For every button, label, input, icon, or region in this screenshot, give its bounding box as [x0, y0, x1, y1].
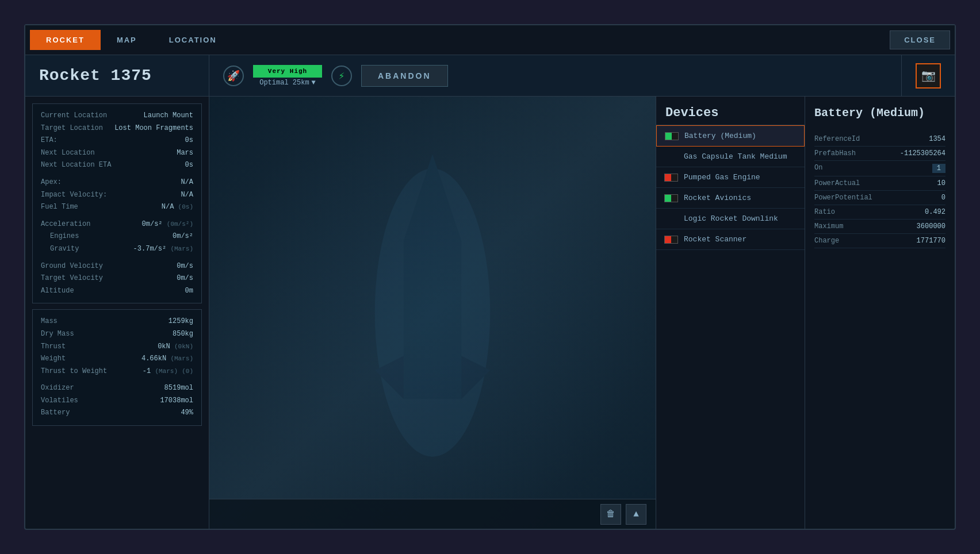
- referenceid-label: ReferenceId: [814, 135, 860, 143]
- gas-capsule-no-indicator: [664, 153, 678, 161]
- referenceid-value: 1354: [929, 135, 945, 143]
- fuel-time-value: N/A (0s): [162, 201, 193, 214]
- device-item-rocket-avionics[interactable]: Rocket Avionics: [656, 188, 805, 209]
- maximum-label: Maximum: [814, 222, 843, 230]
- weight-dim: (Mars): [170, 355, 193, 362]
- target-velocity-label: Target Velocity: [41, 272, 103, 285]
- top-navigation: ROCKET MAP LOCATION CLOSE: [25, 25, 955, 55]
- controls-section: 🚀 Very High Optimal 25km ▼ ⚡ ABANDON: [209, 55, 902, 96]
- device-name-battery-medium: Battery (Medium): [684, 132, 756, 140]
- fuel-time-dim: (0s): [178, 203, 193, 210]
- device-item-pumped-gas-engine[interactable]: Pumped Gas Engine: [656, 167, 805, 188]
- detail-title: Battery (Medium): [814, 106, 945, 121]
- center-view: 🗑 ▲: [209, 97, 656, 529]
- next-location-value: Mars: [177, 147, 193, 160]
- oxidizer-value: 8519mol: [164, 382, 193, 395]
- device-item-logic-rocket-downlink[interactable]: Logic Rocket Downlink: [656, 209, 805, 229]
- acceleration-value: 0m/s² (0m/s²): [142, 218, 193, 231]
- abandon-button[interactable]: ABANDON: [361, 65, 448, 87]
- pumped-engine-indicator: [664, 174, 678, 182]
- ground-velocity-label: Ground Velocity: [41, 260, 103, 273]
- signal-block: Very High Optimal 25km ▼: [253, 65, 322, 87]
- tab-map[interactable]: MAP: [101, 30, 153, 50]
- bottom-bar: 🗑 ▲: [209, 499, 656, 529]
- weight-value: 4.66kN (Mars): [141, 353, 193, 366]
- volatiles-value: 17038mol: [160, 395, 193, 407]
- device-name-gas-capsule: Gas Capsule Tank Medium: [684, 152, 787, 161]
- impact-velocity-label: Impact Velocity:: [41, 189, 107, 202]
- gravity-value: -3.7m/s² (Mars): [133, 243, 193, 256]
- acceleration-dim: (0m/s²): [167, 221, 193, 228]
- detail-row-prefabhash: PrefabHash -1125305264: [814, 147, 945, 161]
- current-location-value: Launch Mount: [144, 110, 193, 122]
- volatiles-label: Volatiles: [41, 395, 78, 407]
- impact-velocity-value: N/A: [181, 189, 193, 202]
- detail-row-referenceid: ReferenceId 1354: [814, 132, 945, 147]
- next-location-eta-value: 0s: [185, 159, 193, 172]
- engines-label: Engines: [50, 230, 79, 243]
- detail-row-ratio: Ratio 0.492: [814, 205, 945, 220]
- thrust-dim: (0kN): [174, 343, 193, 350]
- camera-button[interactable]: 📷: [916, 63, 941, 89]
- gravity-dim: (Mars): [170, 245, 193, 252]
- camera-icon-box: 📷: [902, 55, 955, 96]
- thrust-to-weight-value: -1 (Mars) (0): [143, 366, 193, 378]
- ground-velocity-value: 0m/s: [177, 260, 193, 273]
- thrust-label: Thrust: [41, 341, 66, 353]
- device-name-rocket-avionics: Rocket Avionics: [684, 194, 751, 202]
- target-velocity-value: 0m/s: [177, 272, 193, 285]
- delete-button[interactable]: 🗑: [600, 504, 621, 525]
- dry-mass-label: Dry Mass: [41, 328, 74, 341]
- poweractual-value: 10: [937, 179, 945, 187]
- detail-row-poweractual: PowerActual 10: [814, 176, 945, 191]
- weight-label: Weight: [41, 353, 66, 366]
- dry-mass-value: 850kg: [173, 328, 193, 341]
- eta-label: ETA:: [41, 134, 58, 147]
- altitude-value: 0m: [185, 285, 193, 298]
- downlink-no-indicator: [664, 215, 678, 223]
- device-item-battery-medium[interactable]: Battery (Medium): [656, 125, 805, 147]
- svg-rect-2: [404, 241, 461, 399]
- powerpotential-value: 0: [941, 194, 945, 202]
- close-button[interactable]: CLOSE: [890, 30, 950, 49]
- maximum-value: 3600000: [917, 222, 945, 230]
- header-row: Rocket 1375 🚀 Very High Optimal 25km ▼ ⚡…: [25, 55, 955, 97]
- device-name-pumped-gas-engine: Pumped Gas Engine: [684, 173, 760, 182]
- signal-distance-dropdown[interactable]: Optimal 25km ▼: [259, 79, 316, 87]
- prefabhash-label: PrefabHash: [814, 149, 856, 157]
- battery-label: Battery: [41, 407, 70, 420]
- apex-value: N/A: [181, 176, 193, 189]
- thrust-value: 0kN (0kN): [158, 341, 193, 353]
- target-location-value: Lost Moon Fragments: [114, 122, 193, 135]
- physics-stats-box: Mass 1259kg Dry Mass 850kg Thrust 0kN (0…: [32, 309, 202, 426]
- rocket-launch-icon[interactable]: 🚀: [223, 66, 244, 86]
- detail-row-powerpotential: PowerPotential 0: [814, 191, 945, 205]
- signal-quality-bar: Very High: [253, 65, 322, 78]
- current-location-label: Current Location: [41, 110, 107, 122]
- avionics-indicator: [664, 194, 678, 202]
- device-item-rocket-scanner[interactable]: Rocket Scanner: [656, 229, 805, 250]
- battery-value: 49%: [181, 407, 193, 420]
- on-value: 1: [932, 164, 945, 173]
- gravity-label: Gravity: [50, 243, 79, 256]
- main-content: Current Location Launch Mount Target Loc…: [25, 97, 955, 529]
- ratio-value: 0.492: [925, 208, 945, 216]
- on-label: On: [814, 164, 822, 173]
- fuel-time-label: Fuel Time: [41, 201, 78, 214]
- detail-row-charge: Charge 1771770: [814, 234, 945, 248]
- powerpotential-label: PowerPotential: [814, 194, 872, 202]
- detail-row-on: On 1: [814, 161, 945, 176]
- oxidizer-label: Oxidizer: [41, 382, 74, 395]
- tab-location[interactable]: LOCATION: [153, 30, 233, 50]
- altitude-label: Altitude: [41, 285, 74, 298]
- ratio-label: Ratio: [814, 208, 835, 216]
- device-name-logic-rocket-downlink: Logic Rocket Downlink: [684, 214, 778, 223]
- device-item-gas-capsule[interactable]: Gas Capsule Tank Medium: [656, 147, 805, 167]
- power-icon[interactable]: ⚡: [331, 66, 352, 86]
- left-panel: Current Location Launch Mount Target Loc…: [25, 97, 209, 529]
- poweractual-label: PowerActual: [814, 179, 860, 187]
- tab-rocket[interactable]: ROCKET: [30, 30, 101, 50]
- detail-row-maximum: Maximum 3600000: [814, 220, 945, 234]
- eta-value: 0s: [185, 134, 193, 147]
- up-button[interactable]: ▲: [626, 504, 646, 525]
